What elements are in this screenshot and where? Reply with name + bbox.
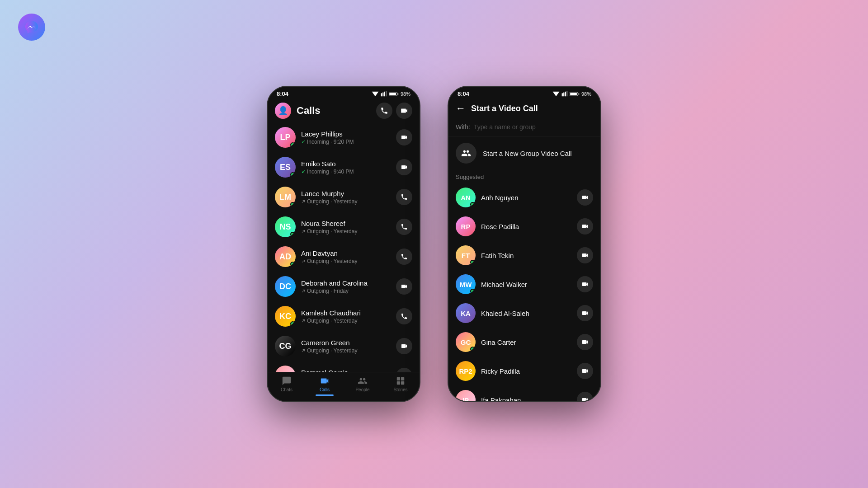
calls-screen: 8:04 98% 👤 Calls [268,87,420,401]
call-action-button[interactable] [396,129,412,145]
call-info: Deborah and Carolina Outgoing · Friday [301,279,396,294]
call-detail: Outgoing · Yesterday [301,258,396,264]
contact-video-button[interactable] [577,247,593,263]
call-name: Noura Shereef [301,220,396,227]
call-action-button[interactable] [396,338,412,354]
call-info: Lacey Phillips Incoming · 9:20 PM [301,130,396,145]
call-action-button[interactable] [396,219,412,235]
call-avatar: RG [275,366,296,372]
contact-item[interactable]: FT Fatih Tekin [448,241,600,270]
call-action-button[interactable] [396,308,412,324]
video-call-title: Start a Video Call [471,104,538,113]
contact-item[interactable]: RP Rose Padilla [448,212,600,241]
contact-avatar: MW [456,274,476,294]
call-avatar: LP [275,127,296,148]
svg-rect-11 [562,93,563,96]
call-name: Kamlesh Chaudhari [301,309,396,317]
call-item[interactable]: ES Emiko Sato Incoming · 9:40 PM [268,152,420,182]
status-bar-2: 8:04 98% [448,87,600,99]
contact-avatar: FT [456,245,476,265]
nav-people[interactable]: People [344,376,382,396]
contact-item[interactable]: GC Gina Carter [448,328,600,357]
call-info: Noura Shereef Outgoing · Yesterday [301,220,396,235]
contact-video-button[interactable] [577,363,593,379]
call-item[interactable]: NS Noura Shereef Outgoing · Yesterday [268,212,420,242]
new-group-video-call[interactable]: Start a New Group Video Call [448,136,600,170]
new-group-text: Start a New Group Video Call [483,150,572,157]
call-item[interactable]: DC Deborah and Carolina Outgoing · Frida… [268,272,420,301]
status-bar-1: 8:04 98% [268,87,420,99]
call-info: Rommel Garcia Missed [301,369,396,372]
call-action-button[interactable] [396,189,412,205]
contact-item[interactable]: IP Ifa Pakpahan [448,385,600,401]
call-item[interactable]: CG Cameron Green Outgoing · Yesterday [268,331,420,361]
call-detail: Incoming · 9:20 PM [301,139,396,145]
contact-video-button[interactable] [577,189,593,206]
nav-people-label: People [355,387,369,392]
call-item[interactable]: RG Rommel Garcia Missed [268,361,420,372]
contact-video-button[interactable] [577,334,593,350]
call-avatar: AD [275,246,296,267]
suggested-label: Suggested [448,170,600,183]
video-call-button[interactable] [396,103,412,119]
nav-chats[interactable]: Chats [268,376,306,396]
contact-video-button[interactable] [577,276,593,292]
online-dot [290,172,295,177]
call-avatar: ES [275,157,296,178]
status-icons-1: 98% [372,91,410,97]
contact-video-button[interactable] [577,392,593,401]
phone-calls: 8:04 98% 👤 Calls [267,86,420,402]
nav-active-indicator [316,394,334,396]
call-avatar: NS [275,216,296,237]
contact-avatar: RP2 [456,361,476,381]
nav-calls-label: Calls [320,387,330,392]
call-action-button[interactable] [396,159,412,175]
call-item[interactable]: KC Kamlesh Chaudhari Outgoing · Yesterda… [268,301,420,331]
phone-call-button[interactable] [376,103,392,119]
svg-rect-9 [397,381,400,385]
contact-avatar: AN [456,188,476,207]
call-avatar: LM [275,187,296,207]
contact-item[interactable]: RP2 Ricky Padilla [448,357,600,385]
svg-rect-1 [382,92,383,96]
contact-item[interactable]: KA Khaled Al-Saleh [448,299,600,328]
online-dot [290,262,295,267]
phone-video-call: 8:04 98% ← Start a Video Call With: Type… [448,86,601,402]
call-item[interactable]: AD Ani Davtyan Outgoing · Yesterday [268,242,420,272]
nav-calls[interactable]: Calls [306,376,344,396]
nav-stories[interactable]: Stories [382,376,420,396]
call-detail: Outgoing · Yesterday [301,318,396,324]
online-dot [290,202,295,207]
contact-video-button[interactable] [577,218,593,235]
battery-pct-2: 98% [581,91,591,97]
with-row: With: Type a name or group [448,120,600,136]
battery-pct-1: 98% [401,91,410,97]
call-info: Cameron Green Outgoing · Yesterday [301,339,396,354]
with-input[interactable]: Type a name or group [474,123,536,131]
calls-title: Calls [297,105,373,117]
call-item[interactable]: LP Lacey Phillips Incoming · 9:20 PM [268,122,420,152]
nav-chats-label: Chats [281,387,292,392]
contact-item[interactable]: AN Anh Nguyen [448,183,600,212]
call-action-button[interactable] [396,278,412,295]
call-action-button[interactable] [396,368,412,372]
contact-item[interactable]: MW Michael Walker [448,270,600,299]
video-call-header: ← Start a Video Call [448,99,600,120]
status-time-1: 8:04 [277,90,288,97]
contact-avatar: KA [456,303,476,323]
call-name: Ani Davtyan [301,249,396,257]
call-avatar: KC [275,306,296,327]
call-action-button[interactable] [396,249,412,265]
online-dot [470,260,475,265]
back-button[interactable]: ← [456,103,466,114]
call-item[interactable]: LM Lance Murphy Outgoing · Yesterday [268,182,420,212]
call-name: Lacey Phillips [301,130,396,138]
call-detail: Incoming · 9:40 PM [301,169,396,175]
call-name: Emiko Sato [301,160,396,168]
svg-rect-17 [578,93,579,95]
contact-name: Ricky Padilla [481,367,577,375]
messenger-app-icon[interactable] [18,14,45,41]
contact-name: Anh Nguyen [481,194,577,202]
new-group-icon [456,143,476,164]
contact-video-button[interactable] [577,305,593,321]
